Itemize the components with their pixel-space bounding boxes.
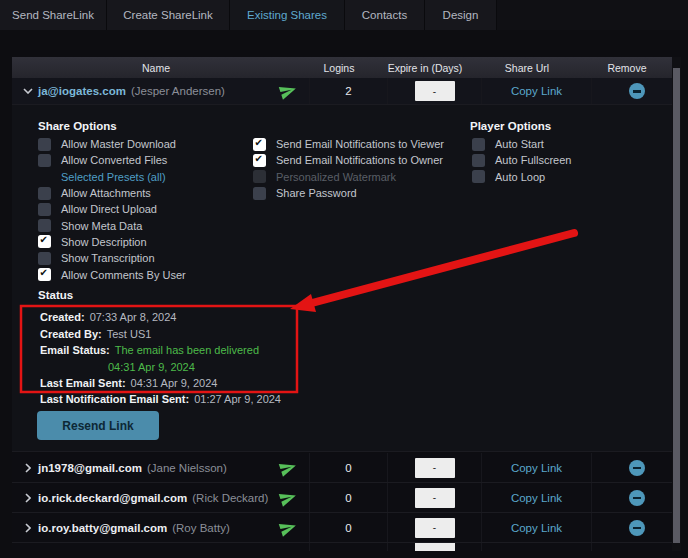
remove-share-icon[interactable]	[629, 490, 645, 506]
status-last-notification-sent: Last Notification Email Sent: 01:27 Apr …	[40, 391, 281, 408]
checkbox-allow-comments-by-user[interactable]: Allow Comments By User	[38, 266, 186, 282]
player-options-list: Auto Start Auto Fullscreen Auto Loop	[472, 136, 571, 185]
send-plane-icon[interactable]	[279, 489, 297, 507]
vertical-scrollbar[interactable]	[672, 57, 681, 551]
send-plane-icon[interactable]	[279, 82, 297, 100]
header-name: Name	[12, 62, 300, 74]
checkbox-show-description[interactable]: Show Description	[38, 234, 186, 250]
expire-days-input[interactable]: -	[415, 81, 455, 101]
checkbox-allow-direct-upload[interactable]: Allow Direct Upload	[38, 201, 186, 217]
table-row[interactable]: ja@iogates.com (Jesper Andersen) 2 - Cop…	[12, 78, 681, 105]
header-logins: Logins	[300, 62, 378, 74]
selected-presets-link[interactable]: Selected Presets (all)	[61, 171, 166, 183]
table-header: Name Logins Expire in (Days) Share Url R…	[12, 57, 681, 78]
share-options-title: Share Options	[38, 120, 117, 132]
checkbox-allow-master-download[interactable]: Allow Master Download	[38, 136, 186, 152]
checkbox-icon[interactable]	[38, 138, 51, 151]
checkbox-icon[interactable]	[38, 154, 51, 167]
checkbox-checked-icon[interactable]	[38, 268, 51, 281]
copy-link-button[interactable]: Copy Link	[511, 492, 562, 504]
scrollbar-thumb[interactable]	[673, 68, 680, 543]
tab-existing-shares[interactable]: Existing Shares	[230, 0, 345, 30]
checkbox-icon[interactable]	[38, 219, 51, 232]
checkbox-auto-loop[interactable]: Auto Loop	[472, 169, 571, 185]
shares-table: Name Logins Expire in (Days) Share Url R…	[12, 57, 681, 105]
copy-link-button[interactable]: Copy Link	[511, 85, 562, 97]
checkbox-email-notify-viewer[interactable]: Send Email Notifications to Viewer	[253, 136, 444, 152]
checkbox-share-password[interactable]: Share Password	[253, 185, 444, 201]
existing-shares-page: Send ShareLink Create ShareLink Existing…	[0, 0, 688, 558]
copy-link-button[interactable]: Copy Link	[511, 462, 562, 474]
share-detail-panel: Share Options Allow Master Download Allo…	[12, 105, 681, 452]
checkbox-icon[interactable]	[472, 170, 485, 183]
chevron-right-icon[interactable]	[18, 493, 38, 503]
checkbox-email-notify-owner[interactable]: Send Email Notifications to Owner	[253, 152, 444, 168]
share-email[interactable]: io.rick.deckard@gmail.com	[38, 492, 187, 504]
share-options-left-list: Allow Master Download Allow Converted Fi…	[38, 136, 186, 283]
header-expire: Expire in (Days)	[378, 62, 472, 74]
share-email[interactable]: io.roy.batty@gmail.com	[38, 522, 167, 534]
checkbox-auto-fullscreen[interactable]: Auto Fullscreen	[472, 152, 571, 168]
logins-count: 0	[309, 453, 387, 482]
tab-design[interactable]: Design	[425, 0, 497, 30]
checkbox-checked-icon[interactable]	[253, 138, 266, 151]
checkbox-icon[interactable]	[253, 187, 266, 200]
remove-share-icon[interactable]	[629, 520, 645, 536]
checkbox-icon[interactable]	[472, 138, 485, 151]
status-created: Created:07:33 Apr 8, 2024	[40, 309, 259, 326]
checkbox-personalized-watermark: Personalized Watermark	[253, 169, 444, 185]
resend-link-button[interactable]: Resend Link	[37, 411, 159, 440]
status-title: Status	[38, 289, 73, 301]
status-last-email-sent: Last Email Sent:04:31 Apr 9, 2024	[40, 375, 259, 392]
checkbox-show-meta-data[interactable]: Show Meta Data	[38, 217, 186, 233]
copy-link-button[interactable]: Copy Link	[511, 522, 562, 534]
share-contact-name: (Rick Deckard)	[192, 492, 268, 504]
player-options-title: Player Options	[470, 120, 551, 132]
status-email-status: Email Status:The email has been delivere…	[40, 342, 259, 359]
status-block: Created:07:33 Apr 8, 2024 Created By:Tes…	[40, 309, 259, 392]
share-email[interactable]: ja@iogates.com	[38, 85, 126, 97]
checkbox-allow-converted-files[interactable]: Allow Converted Files	[38, 152, 186, 168]
expire-days-input[interactable]: -	[415, 458, 455, 478]
table-row[interactable]: io.roy.batty@gmail.com (Roy Batty) 0 - C…	[12, 513, 681, 543]
chevron-down-icon[interactable]	[18, 88, 38, 94]
checkbox-auto-start[interactable]: Auto Start	[472, 136, 571, 152]
status-email-status-date: 04:31 Apr 9, 2024	[40, 359, 259, 376]
table-row-clipped	[12, 543, 681, 551]
tab-send-sharelink[interactable]: Send ShareLink	[0, 0, 107, 30]
expire-days-input[interactable]	[415, 543, 455, 551]
checkbox-icon[interactable]	[38, 252, 51, 265]
checkbox-checked-icon[interactable]	[38, 235, 51, 248]
send-plane-icon[interactable]	[279, 459, 297, 477]
tab-create-sharelink[interactable]: Create ShareLink	[107, 0, 230, 30]
chevron-right-icon[interactable]	[18, 463, 38, 473]
logins-count: 0	[309, 483, 387, 512]
share-contact-name: (Roy Batty)	[172, 522, 230, 534]
remove-share-icon[interactable]	[629, 83, 645, 99]
expire-days-input[interactable]: -	[415, 518, 455, 538]
expire-days-input[interactable]: -	[415, 488, 455, 508]
status-created-by: Created By:Test US1	[40, 326, 259, 343]
checkbox-icon[interactable]	[472, 154, 485, 167]
share-options-middle-list: Send Email Notifications to Viewer Send …	[253, 136, 444, 201]
checkbox-allow-attachments[interactable]: Allow Attachments	[38, 185, 186, 201]
header-remove: Remove	[582, 62, 672, 74]
checkbox-disabled-icon	[253, 170, 266, 183]
logins-count: 2	[309, 78, 387, 104]
table-row[interactable]: io.rick.deckard@gmail.com (Rick Deckard)…	[12, 483, 681, 513]
logins-count: 0	[309, 513, 387, 542]
checkbox-icon[interactable]	[38, 203, 51, 216]
main-tab-bar: Send ShareLink Create ShareLink Existing…	[0, 0, 688, 30]
chevron-right-icon[interactable]	[18, 523, 38, 533]
table-row[interactable]: jn1978@gmail.com (Jane Nielsson) 0 - Cop…	[12, 453, 681, 483]
checkbox-checked-icon[interactable]	[253, 154, 266, 167]
checkbox-icon[interactable]	[38, 187, 51, 200]
header-share-url: Share Url	[472, 62, 582, 74]
share-contact-name: (Jane Nielsson)	[147, 462, 227, 474]
remove-share-icon[interactable]	[629, 460, 645, 476]
share-contact-name: (Jesper Andersen)	[131, 85, 225, 97]
share-email[interactable]: jn1978@gmail.com	[38, 462, 142, 474]
checkbox-show-transcription[interactable]: Show Transcription	[38, 250, 186, 266]
tab-contacts[interactable]: Contacts	[345, 0, 425, 30]
send-plane-icon[interactable]	[279, 519, 297, 537]
